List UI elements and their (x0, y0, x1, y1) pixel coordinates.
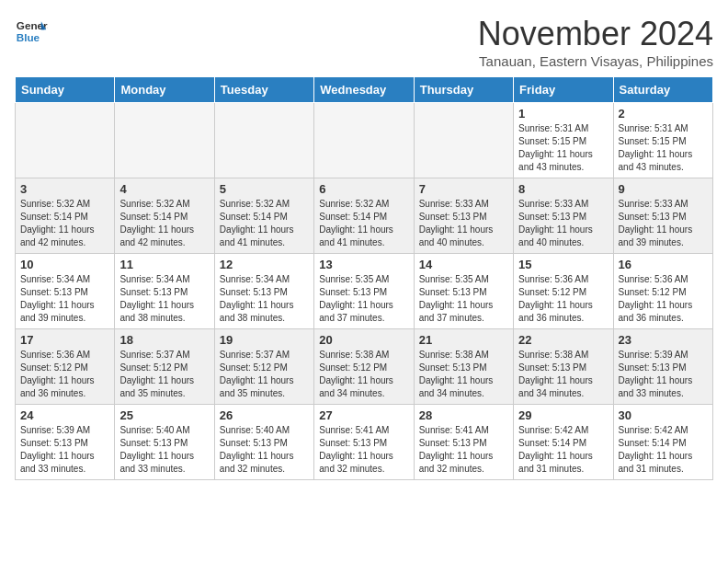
day-info: Sunrise: 5:40 AM Sunset: 5:13 PM Dayligh… (220, 424, 309, 476)
calendar-header: SundayMondayTuesdayWednesdayThursdayFrid… (16, 77, 713, 103)
day-number: 9 (619, 182, 708, 196)
day-number: 25 (119, 408, 209, 422)
day-info: Sunrise: 5:36 AM Sunset: 5:12 PM Dayligh… (518, 273, 608, 325)
calendar-cell: 4Sunrise: 5:32 AM Sunset: 5:14 PM Daylig… (115, 178, 214, 254)
day-info: Sunrise: 5:34 AM Sunset: 5:13 PM Dayligh… (220, 273, 309, 325)
day-number: 22 (518, 333, 608, 347)
calendar-cell: 18Sunrise: 5:37 AM Sunset: 5:12 PM Dayli… (115, 329, 214, 405)
day-info: Sunrise: 5:40 AM Sunset: 5:13 PM Dayligh… (119, 424, 209, 476)
calendar-cell: 23Sunrise: 5:39 AM Sunset: 5:13 PM Dayli… (613, 329, 712, 405)
calendar-cell: 17Sunrise: 5:36 AM Sunset: 5:12 PM Dayli… (16, 329, 115, 405)
day-info: Sunrise: 5:32 AM Sunset: 5:14 PM Dayligh… (319, 198, 408, 249)
calendar-cell: 12Sunrise: 5:34 AM Sunset: 5:13 PM Dayli… (214, 254, 313, 329)
day-number: 5 (220, 182, 309, 196)
calendar-cell: 27Sunrise: 5:41 AM Sunset: 5:13 PM Dayli… (314, 405, 414, 480)
calendar-week-row: 1Sunrise: 5:31 AM Sunset: 5:15 PM Daylig… (16, 103, 713, 178)
day-number: 19 (220, 333, 309, 347)
weekday-header-tuesday: Tuesday (214, 77, 313, 103)
day-number: 28 (419, 408, 508, 422)
calendar-cell: 24Sunrise: 5:39 AM Sunset: 5:13 PM Dayli… (16, 405, 115, 480)
day-number: 10 (20, 258, 109, 271)
day-number: 11 (119, 258, 209, 271)
calendar-cell: 15Sunrise: 5:36 AM Sunset: 5:12 PM Dayli… (514, 254, 613, 329)
day-number: 7 (419, 182, 508, 196)
calendar-cell (414, 103, 513, 178)
calendar-cell: 26Sunrise: 5:40 AM Sunset: 5:13 PM Dayli… (214, 405, 313, 480)
day-number: 27 (319, 408, 408, 422)
day-number: 29 (518, 408, 608, 422)
calendar-cell: 1Sunrise: 5:31 AM Sunset: 5:15 PM Daylig… (514, 103, 613, 178)
day-info: Sunrise: 5:31 AM Sunset: 5:15 PM Dayligh… (619, 122, 708, 174)
calendar-cell: 7Sunrise: 5:33 AM Sunset: 5:13 PM Daylig… (414, 178, 513, 254)
calendar-cell: 8Sunrise: 5:33 AM Sunset: 5:13 PM Daylig… (514, 178, 613, 254)
weekday-header-sunday: Sunday (16, 77, 115, 103)
day-info: Sunrise: 5:38 AM Sunset: 5:13 PM Dayligh… (518, 349, 608, 400)
month-year: November 2024 (478, 15, 713, 53)
day-info: Sunrise: 5:41 AM Sunset: 5:13 PM Dayligh… (319, 424, 408, 476)
day-number: 1 (518, 107, 608, 121)
calendar-cell (16, 103, 115, 178)
logo: General Blue (15, 15, 48, 48)
calendar-cell: 20Sunrise: 5:38 AM Sunset: 5:12 PM Dayli… (314, 329, 414, 405)
logo-icon: General Blue (15, 15, 48, 48)
calendar-cell: 3Sunrise: 5:32 AM Sunset: 5:14 PM Daylig… (16, 178, 115, 254)
calendar-cell: 28Sunrise: 5:41 AM Sunset: 5:13 PM Dayli… (414, 405, 513, 480)
day-number: 21 (419, 333, 508, 347)
day-number: 20 (319, 333, 408, 347)
calendar-cell: 25Sunrise: 5:40 AM Sunset: 5:13 PM Dayli… (115, 405, 214, 480)
day-number: 17 (20, 333, 109, 347)
day-number: 13 (319, 258, 408, 271)
calendar-cell (115, 103, 214, 178)
calendar-cell: 13Sunrise: 5:35 AM Sunset: 5:13 PM Dayli… (314, 254, 414, 329)
day-info: Sunrise: 5:38 AM Sunset: 5:12 PM Dayligh… (319, 349, 408, 400)
day-info: Sunrise: 5:35 AM Sunset: 5:13 PM Dayligh… (419, 273, 508, 325)
calendar-week-row: 17Sunrise: 5:36 AM Sunset: 5:12 PM Dayli… (16, 329, 713, 405)
weekday-header-row: SundayMondayTuesdayWednesdayThursdayFrid… (16, 77, 713, 103)
day-number: 4 (119, 182, 209, 196)
page-header: General Blue November 2024 Tanauan, East… (15, 15, 713, 69)
day-info: Sunrise: 5:34 AM Sunset: 5:13 PM Dayligh… (20, 273, 109, 325)
calendar-cell: 22Sunrise: 5:38 AM Sunset: 5:13 PM Dayli… (514, 329, 613, 405)
calendar-cell (214, 103, 313, 178)
day-info: Sunrise: 5:36 AM Sunset: 5:12 PM Dayligh… (20, 349, 109, 400)
day-info: Sunrise: 5:37 AM Sunset: 5:12 PM Dayligh… (119, 349, 209, 400)
calendar-cell: 16Sunrise: 5:36 AM Sunset: 5:12 PM Dayli… (613, 254, 712, 329)
calendar-week-row: 24Sunrise: 5:39 AM Sunset: 5:13 PM Dayli… (16, 405, 713, 480)
calendar-week-row: 3Sunrise: 5:32 AM Sunset: 5:14 PM Daylig… (16, 178, 713, 254)
day-info: Sunrise: 5:31 AM Sunset: 5:15 PM Dayligh… (518, 122, 608, 174)
svg-text:Blue: Blue (17, 31, 40, 43)
calendar: SundayMondayTuesdayWednesdayThursdayFrid… (15, 76, 713, 480)
day-info: Sunrise: 5:32 AM Sunset: 5:14 PM Dayligh… (220, 198, 309, 249)
calendar-cell: 19Sunrise: 5:37 AM Sunset: 5:12 PM Dayli… (214, 329, 313, 405)
day-number: 18 (119, 333, 209, 347)
location: Tanauan, Eastern Visayas, Philippines (478, 53, 713, 69)
day-info: Sunrise: 5:33 AM Sunset: 5:13 PM Dayligh… (419, 198, 508, 249)
calendar-cell: 10Sunrise: 5:34 AM Sunset: 5:13 PM Dayli… (16, 254, 115, 329)
weekday-header-monday: Monday (115, 77, 214, 103)
day-number: 3 (20, 182, 109, 196)
day-info: Sunrise: 5:42 AM Sunset: 5:14 PM Dayligh… (619, 424, 708, 476)
day-number: 30 (619, 408, 708, 422)
day-info: Sunrise: 5:36 AM Sunset: 5:12 PM Dayligh… (619, 273, 708, 325)
day-number: 2 (619, 107, 708, 121)
calendar-cell: 21Sunrise: 5:38 AM Sunset: 5:13 PM Dayli… (414, 329, 513, 405)
day-info: Sunrise: 5:34 AM Sunset: 5:13 PM Dayligh… (119, 273, 209, 325)
weekday-header-wednesday: Wednesday (314, 77, 414, 103)
day-number: 24 (20, 408, 109, 422)
day-number: 26 (220, 408, 309, 422)
calendar-cell (314, 103, 414, 178)
day-info: Sunrise: 5:33 AM Sunset: 5:13 PM Dayligh… (518, 198, 608, 249)
day-info: Sunrise: 5:39 AM Sunset: 5:13 PM Dayligh… (619, 349, 708, 400)
day-number: 14 (419, 258, 508, 271)
calendar-cell: 5Sunrise: 5:32 AM Sunset: 5:14 PM Daylig… (214, 178, 313, 254)
calendar-cell: 9Sunrise: 5:33 AM Sunset: 5:13 PM Daylig… (613, 178, 712, 254)
day-number: 23 (619, 333, 708, 347)
day-info: Sunrise: 5:42 AM Sunset: 5:14 PM Dayligh… (518, 424, 608, 476)
calendar-cell: 14Sunrise: 5:35 AM Sunset: 5:13 PM Dayli… (414, 254, 513, 329)
calendar-cell: 6Sunrise: 5:32 AM Sunset: 5:14 PM Daylig… (314, 178, 414, 254)
day-info: Sunrise: 5:33 AM Sunset: 5:13 PM Dayligh… (619, 198, 708, 249)
day-info: Sunrise: 5:32 AM Sunset: 5:14 PM Dayligh… (20, 198, 109, 249)
day-info: Sunrise: 5:41 AM Sunset: 5:13 PM Dayligh… (419, 424, 508, 476)
day-info: Sunrise: 5:38 AM Sunset: 5:13 PM Dayligh… (419, 349, 508, 400)
day-info: Sunrise: 5:35 AM Sunset: 5:13 PM Dayligh… (319, 273, 408, 325)
